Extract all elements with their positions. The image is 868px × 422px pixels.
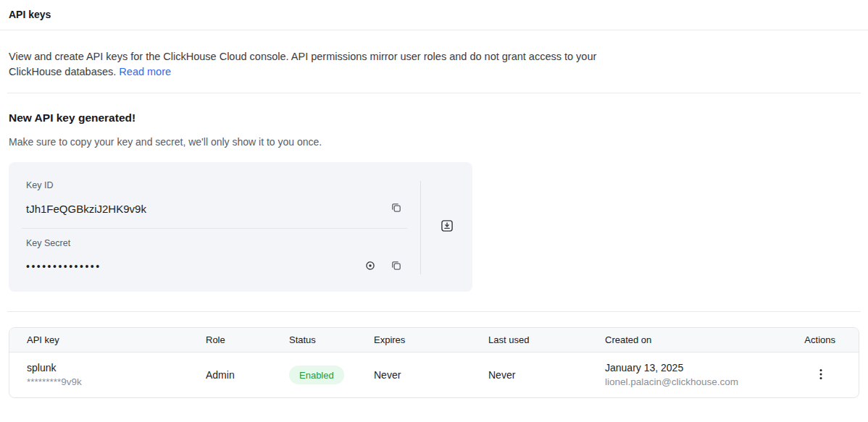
cell-created-on: January 13, 2025 lionel.palacin@clickhou… bbox=[605, 360, 783, 389]
copy-secret-button[interactable] bbox=[390, 260, 403, 273]
column-header-created-on: Created on bbox=[605, 334, 783, 345]
cell-api-key: splunk *********9v9k bbox=[9, 360, 206, 389]
cell-expires: Never bbox=[374, 369, 488, 381]
key-id-row: tJh1FeQGBkziJ2HK9v9k bbox=[26, 200, 403, 217]
key-secret-label: Key Secret bbox=[26, 237, 403, 249]
eye-icon bbox=[364, 260, 376, 274]
field-divider bbox=[22, 228, 407, 229]
column-header-expires: Expires bbox=[374, 334, 488, 345]
column-header-last-used: Last used bbox=[488, 334, 605, 345]
row-actions-button[interactable] bbox=[815, 367, 827, 384]
api-key-masked: *********9v9k bbox=[27, 375, 206, 389]
column-header-status: Status bbox=[289, 334, 374, 345]
key-secret-masked-value: •••••••••••••• bbox=[26, 261, 364, 272]
kebab-menu-icon bbox=[819, 368, 822, 382]
cell-role: Admin bbox=[206, 369, 289, 381]
column-header-actions: Actions bbox=[783, 334, 859, 345]
key-card-fields: Key ID tJh1FeQGBkziJ2HK9v9k Key Secret •… bbox=[9, 162, 420, 292]
generated-key-title: New API key generated! bbox=[9, 111, 859, 125]
intro-text: View and create API keys for the ClickHo… bbox=[9, 49, 598, 80]
key-card-side bbox=[421, 162, 472, 292]
status-badge: Enabled bbox=[289, 366, 344, 384]
generated-key-card: Key ID tJh1FeQGBkziJ2HK9v9k Key Secret •… bbox=[9, 162, 472, 292]
section-divider bbox=[7, 93, 861, 93]
download-key-button[interactable] bbox=[441, 221, 454, 234]
copy-key-id-button[interactable] bbox=[390, 202, 403, 215]
api-key-name: splunk bbox=[27, 360, 206, 375]
section-divider bbox=[7, 311, 861, 312]
copy-icon bbox=[391, 260, 402, 274]
copy-icon bbox=[391, 202, 402, 216]
created-date: January 13, 2025 bbox=[605, 360, 783, 375]
page-header: API keys bbox=[0, 0, 868, 30]
cell-last-used: Never bbox=[488, 369, 605, 381]
key-id-label: Key ID bbox=[26, 180, 403, 191]
cell-actions bbox=[783, 367, 859, 384]
api-keys-table: API key Role Status Expires Last used Cr… bbox=[9, 327, 859, 398]
cell-status: Enabled bbox=[289, 366, 374, 384]
created-by-email: lionel.palacin@clickhouse.com bbox=[605, 375, 783, 389]
table-row: splunk *********9v9k Admin Enabled Never… bbox=[9, 353, 859, 397]
column-header-role: Role bbox=[206, 334, 289, 345]
read-more-link[interactable]: Read more bbox=[119, 66, 171, 77]
generated-key-subtitle: Make sure to copy your key and secret, w… bbox=[9, 135, 859, 149]
reveal-secret-button[interactable] bbox=[364, 260, 377, 273]
table-header-row: API key Role Status Expires Last used Cr… bbox=[9, 328, 859, 353]
key-secret-row: •••••••••••••• bbox=[26, 258, 403, 275]
key-id-value: tJh1FeQGBkziJ2HK9v9k bbox=[26, 203, 390, 215]
page-title: API keys bbox=[9, 6, 859, 23]
download-icon bbox=[441, 219, 454, 235]
intro-description: View and create API keys for the ClickHo… bbox=[9, 51, 596, 77]
column-header-api-key: API key bbox=[9, 334, 206, 345]
